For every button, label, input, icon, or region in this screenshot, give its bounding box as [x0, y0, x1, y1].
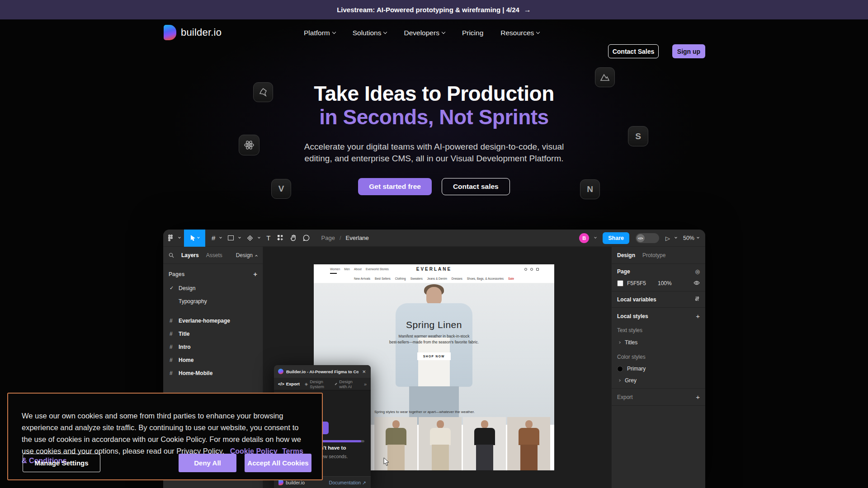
- builder-logo-icon: [278, 369, 283, 374]
- pen-tool-button[interactable]: [247, 230, 260, 247]
- color-styles-header: Color styles: [617, 354, 700, 360]
- hero-subtitle: Accelerate your digital teams with AI-po…: [303, 141, 565, 164]
- manage-settings-button[interactable]: Manage Settings: [23, 454, 100, 472]
- avatar[interactable]: B: [579, 233, 589, 243]
- breadcrumb: Page / Everlane: [321, 235, 369, 241]
- mouse-cursor: [383, 457, 391, 468]
- page-color-swatch[interactable]: [617, 280, 623, 286]
- components-tool-button[interactable]: [277, 230, 284, 247]
- style-titles[interactable]: Titles: [617, 339, 700, 346]
- tab-assets[interactable]: Assets: [206, 252, 222, 258]
- layer-intro[interactable]: # Intro: [163, 340, 263, 353]
- chevron-down-icon: [258, 236, 261, 239]
- plugin-titlebar[interactable]: Builder.io - AI-Powered Figma to Code (R…: [274, 365, 371, 378]
- nav-item-platform[interactable]: Platform: [304, 29, 335, 37]
- layer-home-mobile[interactable]: # Home-Mobile: [163, 366, 263, 380]
- brand-logo[interactable]: builder.io: [164, 25, 222, 40]
- everlane-header-icons: [524, 268, 539, 271]
- shop-now-button: SHOP NOW: [417, 352, 451, 360]
- breadcrumb-page[interactable]: Everlane: [346, 235, 369, 241]
- page: Livestream: AI-Powered prototyping & wir…: [0, 0, 868, 488]
- nav-item-pricing[interactable]: Pricing: [462, 29, 483, 37]
- share-button[interactable]: Share: [603, 232, 629, 244]
- variables-icon[interactable]: [694, 296, 700, 303]
- dev-mode-toggle[interactable]: </>: [636, 233, 659, 243]
- mode-dropdown[interactable]: Design: [236, 252, 257, 258]
- comment-tool-button[interactable]: [303, 230, 310, 247]
- contact-sales-cta-button[interactable]: Contact sales: [442, 178, 510, 195]
- play-icon: ▷: [665, 235, 670, 242]
- frame-icon: #: [170, 344, 179, 350]
- layers-list: # Everlane-homepage # Title # Intro # Ho…: [163, 314, 263, 380]
- nav-item-developers[interactable]: Developers: [404, 29, 444, 37]
- add-style-button[interactable]: +: [696, 312, 700, 320]
- account-menu[interactable]: B: [579, 233, 596, 243]
- accept-all-cookies-button[interactable]: Accept All Cookies: [245, 454, 311, 472]
- visibility-eye-icon[interactable]: [693, 280, 700, 286]
- add-export-button[interactable]: +: [696, 393, 700, 401]
- chevron-right-icon: [618, 341, 621, 344]
- close-icon[interactable]: ×: [361, 368, 367, 375]
- local-styles-section: Local styles + Text styles Titles Color …: [612, 308, 705, 388]
- layer-everlane-homepage[interactable]: # Everlane-homepage: [163, 314, 263, 327]
- plugin-tab-design-with-ai[interactable]: Design with AI: [335, 379, 359, 389]
- page-item-design[interactable]: ✓ Design: [163, 282, 263, 295]
- tab-design[interactable]: Design: [617, 252, 635, 258]
- hero-title-line2: in Seconds, Not Sprints: [0, 105, 868, 129]
- frame-tool-button[interactable]: #: [212, 230, 222, 247]
- react-icon: [239, 135, 259, 155]
- contact-sales-button[interactable]: Contact Sales: [608, 44, 659, 58]
- code-icon: </>: [637, 234, 645, 242]
- nav-item-resources[interactable]: Resources: [500, 29, 539, 37]
- deny-all-button[interactable]: Deny All: [179, 454, 236, 472]
- text-tool-button[interactable]: T: [266, 230, 270, 247]
- chevron-down-icon: [383, 30, 387, 34]
- present-button[interactable]: ▷: [665, 235, 677, 242]
- search-icon[interactable]: [169, 253, 174, 258]
- hand-tool-button[interactable]: [290, 230, 297, 247]
- tab-prototype[interactable]: Prototype: [642, 252, 665, 258]
- link-men: Men: [344, 267, 350, 271]
- everlane-section-caption: Spring styles to wear together or apart—…: [374, 410, 475, 414]
- properties-panel: Design Prototype Page ◎ F5F5F5 100%: [611, 247, 705, 488]
- layer-home[interactable]: # Home: [163, 353, 263, 366]
- sale-link: Sale: [508, 277, 514, 280]
- banner-text: Livestream: AI-Powered prototyping & wir…: [337, 6, 519, 14]
- page-color-hex[interactable]: F5F5F5: [627, 280, 646, 286]
- page-item-typography[interactable]: Typography: [163, 295, 263, 308]
- product-image: [419, 417, 462, 470]
- editor-toolbar: # T: [163, 230, 705, 247]
- page-opacity[interactable]: 100%: [658, 280, 672, 286]
- code-icon: </>: [278, 381, 284, 386]
- chevron-down-icon: [594, 236, 597, 239]
- nav-links: Platform Solutions Developers Pricing Re…: [304, 19, 539, 47]
- layer-title[interactable]: # Title: [163, 327, 263, 340]
- check-icon: ✓: [170, 285, 179, 291]
- comment-icon: [303, 235, 310, 241]
- move-tool-button[interactable]: [184, 230, 205, 247]
- text-tool-icon: T: [266, 234, 270, 242]
- plugin-tab-export[interactable]: </> Export: [278, 381, 300, 386]
- shape-tool-button[interactable]: [228, 230, 241, 247]
- tab-layers[interactable]: Layers: [181, 252, 199, 258]
- text-styles-header: Text styles: [617, 327, 700, 333]
- style-primary[interactable]: Primary: [617, 366, 700, 372]
- livestream-banner[interactable]: Livestream: AI-Powered prototyping & wir…: [0, 0, 868, 19]
- overflow-icon[interactable]: »: [364, 381, 367, 387]
- pages-header: Pages +: [163, 264, 263, 282]
- nav-item-solutions[interactable]: Solutions: [353, 29, 387, 37]
- style-grey[interactable]: Grey: [617, 377, 700, 384]
- cookie-consent-dialog: We use our own cookies and some from thi…: [7, 393, 323, 480]
- figma-menu-button[interactable]: [168, 230, 180, 247]
- frame-icon: #: [170, 331, 179, 337]
- breadcrumb-root[interactable]: Page: [321, 235, 335, 241]
- plugin-tab-design-system[interactable]: ◈ Design System: [305, 379, 330, 389]
- pen-icon: [247, 235, 253, 241]
- sign-up-button[interactable]: Sign up: [672, 44, 705, 58]
- dev-resource-icon[interactable]: ◎: [695, 268, 700, 275]
- add-page-button[interactable]: +: [253, 270, 257, 278]
- zoom-menu[interactable]: 50%: [683, 235, 699, 241]
- cart-icon: [536, 268, 539, 271]
- get-started-button[interactable]: Get started free: [358, 178, 432, 195]
- documentation-link[interactable]: Documentation ↗: [329, 480, 366, 485]
